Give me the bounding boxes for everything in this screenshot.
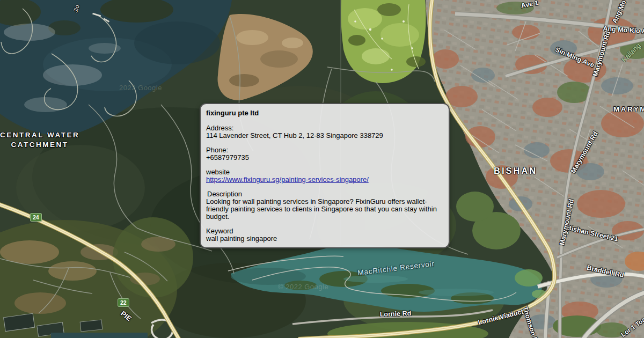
description-block: Description Looking for wall painting se… [206,190,443,221]
website-block: website https://www.fixinguru.sg/paintin… [206,168,443,183]
imagery-watermark: 2022 Google [119,84,162,92]
business-name: fixinguru pte ltd [206,109,443,117]
route-shield-22: 22 [118,298,129,307]
website-label: website [206,168,230,176]
route-shield-24: 24 [30,213,42,222]
phone-label: Phone: [206,146,228,154]
address-value: 114 Lavender Street, CT Hub 2, 12-83 Sin… [206,131,383,139]
district-label-bishan: BISHAN [494,166,537,176]
road-label-lornie-rd: Lornie Rd [380,310,412,318]
phone-block: Phone: +6587979735 [206,146,443,161]
district-label-central-water-catchment: CENTRAL WATER CATCHMENT [0,130,79,150]
keyword-value: wall painting singapore [206,234,277,243]
address-block: Address: 114 Lavender Street, CT Hub 2, … [206,124,443,139]
district-label-marymount: MARYMOUNT [613,105,644,113]
keyword-label: Keyword [206,227,233,235]
description-value: Looking for wall painting services in Si… [206,197,437,221]
website-link[interactable]: https://www.fixinguru.sg/painting-servic… [206,175,369,183]
keyword-block: Keyword wall painting singapore [206,227,443,243]
description-label: Description [207,190,242,198]
imagery-copyright-watermark: © 2022 Google [278,283,328,291]
phone-value: +6587979735 [206,153,249,161]
address-label: Address: [206,124,233,132]
business-info-card: fixinguru pte ltd Address: 114 Lavender … [200,103,450,248]
